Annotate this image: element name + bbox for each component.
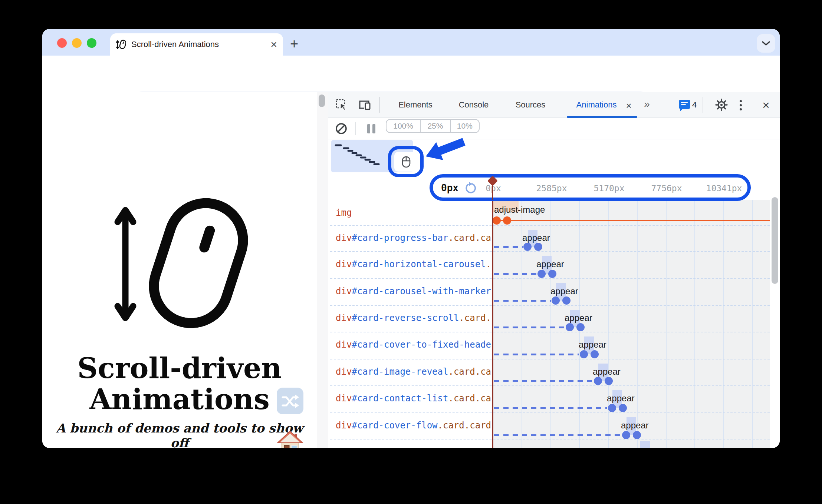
- keyframe-dot[interactable]: [605, 377, 613, 385]
- animation-delay-track[interactable]: [494, 300, 551, 302]
- minimize-window-button[interactable]: [72, 38, 82, 48]
- tab-console[interactable]: Console: [459, 100, 489, 110]
- tab-animations[interactable]: Animations: [576, 100, 617, 110]
- keyframe-dot[interactable]: [552, 296, 560, 305]
- keyframe-dot[interactable]: [608, 404, 616, 412]
- settings-gear-icon[interactable]: [715, 99, 728, 111]
- timeline-gridline: [723, 200, 724, 448]
- devtools-menu-icon[interactable]: [740, 100, 742, 110]
- keyframe-dot[interactable]: [523, 243, 532, 251]
- selected-animation-track[interactable]: [495, 220, 770, 221]
- shuffle-button[interactable]: [277, 388, 303, 414]
- keyframe-dot[interactable]: [534, 243, 542, 251]
- keyframe-dot-selected[interactable]: [503, 216, 511, 225]
- animation-delay-track[interactable]: [494, 326, 565, 328]
- timeline-gridline: [694, 200, 695, 448]
- animation-name: appear: [621, 420, 649, 431]
- keyframe-dot-selected[interactable]: [493, 216, 501, 225]
- row-separator: [330, 251, 770, 252]
- keyframe-dot[interactable]: [591, 350, 599, 358]
- page-subtitle: A bunch of demos and tools to show off S…: [52, 421, 308, 448]
- device-toolbar-icon[interactable]: [358, 99, 371, 111]
- animation-delay-track[interactable]: [494, 246, 523, 248]
- tab-elements[interactable]: Elements: [398, 100, 433, 110]
- animation-delay-track[interactable]: [494, 380, 593, 382]
- page-title: Scroll-driven Animations: [52, 353, 308, 415]
- timeline-row-selector[interactable]: div#card-progress-bar.card.ca: [336, 233, 493, 244]
- timeline-grid: imgadjust-imagediv#card-progress-bar.car…: [328, 200, 770, 448]
- page-content: Scroll-driven Animations A bunch of demo…: [42, 92, 317, 448]
- keyframe-dot[interactable]: [580, 350, 588, 358]
- selector-part: #card-cover-flow: [352, 420, 437, 431]
- selector-part: #card-reverse-scroll: [352, 313, 459, 323]
- devtools-scrollbar-thumb[interactable]: [772, 197, 778, 284]
- more-tabs-icon[interactable]: »: [644, 98, 650, 110]
- selector-part: div: [336, 393, 352, 404]
- timeline-gridline: [666, 200, 667, 448]
- inspect-element-icon[interactable]: [335, 99, 348, 111]
- page-title-line1: Scroll-driven: [52, 353, 308, 384]
- animation-delay-track[interactable]: [494, 354, 579, 355]
- shuffle-icon: [281, 393, 299, 409]
- keyframe-dot[interactable]: [633, 431, 641, 439]
- browser-tab[interactable]: Scroll-driven Animations ×: [110, 33, 283, 56]
- clear-all-icon[interactable]: [335, 122, 348, 135]
- selector-part: div: [336, 313, 352, 323]
- keyframe-dot[interactable]: [576, 323, 585, 331]
- selector-part: .card.ca: [448, 393, 491, 404]
- animation-name: adjust-image: [494, 205, 545, 215]
- timeline-row-selector[interactable]: img: [336, 208, 493, 219]
- keyframe-dot[interactable]: [622, 431, 630, 439]
- animation-delay-track[interactable]: [494, 434, 621, 436]
- tab-strip: Scroll-driven Animations × +: [42, 29, 780, 56]
- keyframe-dot[interactable]: [562, 296, 571, 305]
- pause-icon[interactable]: [367, 124, 370, 133]
- timeline-gridline: [608, 200, 609, 448]
- issues-icon[interactable]: [679, 100, 690, 109]
- timeline-row-selector[interactable]: div#card-cover-to-fixed-heade: [336, 339, 493, 351]
- devtools-close-icon[interactable]: ×: [762, 98, 770, 112]
- page-scrollbar[interactable]: [317, 92, 328, 448]
- pause-icon-bar2[interactable]: [372, 124, 375, 133]
- maximize-window-button[interactable]: [87, 38, 96, 48]
- keyframe-dot[interactable]: [594, 377, 602, 385]
- tab-title: Scroll-driven Animations: [131, 40, 270, 49]
- tab-favicon-mouse-icon: [116, 39, 126, 50]
- keyframe-dot[interactable]: [566, 323, 574, 331]
- timeline-row-selector[interactable]: div#card-cover-flow.card.card: [336, 420, 493, 431]
- timeline-row-selector[interactable]: div#card-carousel-with-marker: [336, 286, 493, 297]
- row-separator: [330, 332, 770, 332]
- keyframe-dot[interactable]: [537, 270, 546, 278]
- tab-search-button[interactable]: [757, 34, 775, 53]
- animation-delay-track[interactable]: [494, 273, 537, 275]
- tab-animations-close-icon[interactable]: ×: [626, 100, 631, 112]
- timeline-row-selector[interactable]: div#card-contact-list.card.ca: [336, 393, 493, 404]
- timeline-row-selector[interactable]: div#card-horizontal-carousel.: [336, 259, 493, 270]
- animation-delay-track[interactable]: [494, 407, 607, 409]
- row-separator: [330, 412, 770, 413]
- tab-close-icon[interactable]: ×: [270, 39, 277, 50]
- ruler[interactable]: 0px 0px2585px5170px7756px10341px: [430, 174, 751, 201]
- animation-name: appear: [565, 313, 592, 323]
- rate-10-button[interactable]: 10%: [450, 120, 479, 132]
- playhead-line[interactable]: [492, 200, 493, 448]
- keyframe-dot[interactable]: [619, 404, 627, 412]
- home-button[interactable]: [276, 430, 304, 448]
- page-scrollbar-thumb[interactable]: [319, 94, 325, 107]
- timeline-row-selector[interactable]: div#card-image-reveal.card.ca: [336, 367, 493, 378]
- close-window-button[interactable]: [57, 38, 67, 48]
- keyframe-dot[interactable]: [548, 270, 556, 278]
- rate-25-button[interactable]: 25%: [420, 120, 450, 132]
- new-tab-button[interactable]: +: [290, 37, 298, 50]
- selector-part: div: [336, 233, 352, 243]
- rate-100-button[interactable]: 100%: [387, 120, 420, 132]
- screenshot-canvas: Scroll-driven Animations × + ← →: [0, 0, 822, 504]
- tab-sources[interactable]: Sources: [516, 100, 546, 110]
- timeline-gridline: [637, 200, 638, 448]
- selector-part: #card-progress-bar: [352, 233, 448, 243]
- timeline-row-selector[interactable]: div#card-reverse-scroll.card.: [336, 313, 493, 324]
- animation-name: appear: [579, 339, 606, 350]
- issues-count[interactable]: 4: [692, 100, 697, 110]
- replay-icon[interactable]: [465, 182, 477, 195]
- playhead-stem: [492, 184, 493, 200]
